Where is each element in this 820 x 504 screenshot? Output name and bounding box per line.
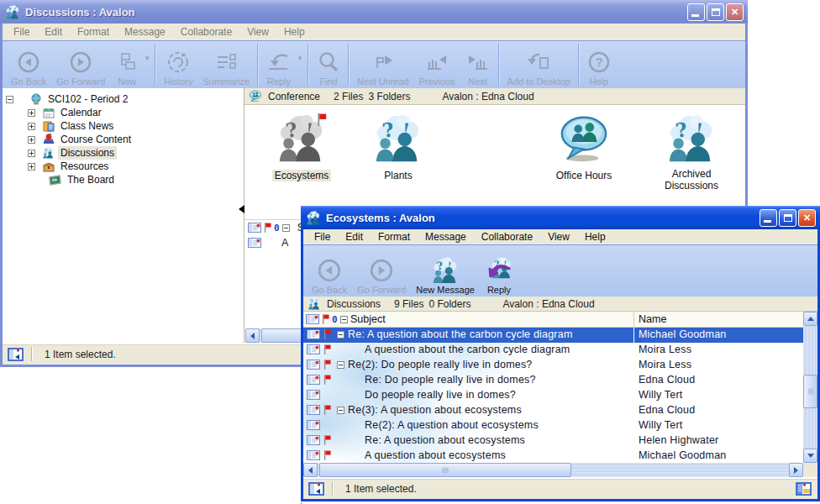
message-row[interactable]: Re(2): A question about ecosystems Willy… [303,418,803,433]
tree-item-calendar[interactable]: Calendar [3,106,244,119]
message-list-header: 0 Subject Name [303,312,803,328]
minimize-button[interactable] [687,3,705,21]
message-column-icon[interactable] [306,314,319,324]
pane-splitter-handle[interactable] [239,205,244,213]
menu-item-collaborate[interactable]: Collaborate [173,24,239,39]
scroll-left-button[interactable] [245,328,260,343]
menu-item-message[interactable]: Message [418,229,474,244]
conference-office-hours[interactable]: Office Hours [535,113,633,182]
go-back-button[interactable]: Go Back [307,245,352,297]
flag-column-icon[interactable] [264,223,271,233]
maximize-button[interactable] [779,209,796,227]
message-icon [307,405,320,415]
scroll-down-button[interactable] [803,449,817,463]
menu-item-file[interactable]: File [6,24,37,39]
message-row[interactable]: Re: A question about the carbon cycle di… [303,328,803,343]
next-unread-button[interactable]: Next Unread [352,41,414,88]
go-forward-button[interactable]: Go Forward [51,41,110,88]
discussions-titlebar[interactable]: Discussions : Avalon [0,0,748,24]
collapse-thread-icon[interactable] [337,331,344,339]
scroll-right-button[interactable] [789,463,803,477]
collapse-all-icon[interactable] [340,316,348,323]
panel-toggle-icon[interactable] [308,481,325,496]
message-row[interactable]: Do people really live in domes? Willy Te… [303,388,803,403]
collapse-all-icon[interactable] [282,224,290,232]
menu-item-help[interactable]: Help [276,24,313,39]
tree-item-course-content[interactable]: Course Content [3,133,244,146]
attachment-column-icon[interactable]: 0 [332,314,338,325]
expand-box-icon[interactable] [28,136,35,144]
tree-item-class-news[interactable]: Class News [3,119,244,133]
previous-button[interactable]: Previous [414,41,460,88]
go-forward-button[interactable]: Go Forward [352,245,411,297]
reply-button[interactable]: Reply [261,46,297,88]
menu-item-collaborate[interactable]: Collaborate [474,229,540,244]
conference-plants[interactable]: Plants [350,113,447,182]
column-divider[interactable] [633,312,634,327]
scroll-left-button[interactable] [303,463,318,477]
chalkboard-icon [49,174,61,186]
horizontal-scrollbar[interactable] [303,463,803,477]
help-button[interactable]: ? Help [582,41,616,88]
message-row[interactable]: A question about ecosystems Michael Good… [303,449,803,463]
scrollbar-thumb[interactable] [803,375,817,408]
scrollbar-track[interactable] [318,463,789,477]
minimize-button[interactable] [760,209,777,227]
history-globe-icon [166,49,191,76]
new-button[interactable]: New [110,46,144,88]
tree-item-course[interactable]: SCI102 - Period 2 [3,92,244,106]
panel-toggle-icon[interactable] [8,347,24,362]
history-button[interactable]: History [159,41,197,88]
menu-item-message[interactable]: Message [117,24,173,39]
expand-box-icon[interactable] [28,150,35,157]
close-button[interactable] [798,209,816,227]
add-to-desktop-button[interactable]: Add to Desktop [502,41,576,88]
close-button[interactable] [726,3,744,21]
collapse-thread-icon[interactable] [337,361,344,369]
maximize-button[interactable] [707,3,724,21]
conference-ecosystems[interactable]: Ecosystems [253,113,350,182]
menu-item-help[interactable]: Help [577,229,613,244]
message-row[interactable]: Re: Do people really live in domes? Edna… [303,373,803,388]
scrollbar-thumb[interactable] [319,463,571,477]
subject-column-header[interactable]: Subject [350,313,386,325]
attachment-column-icon[interactable]: 0 [274,223,280,234]
message-row[interactable]: A question about the carbon cycle diagra… [303,343,803,358]
go-back-button[interactable]: Go Back [6,41,51,88]
message-row[interactable]: Re(3): A question about ecosystems Edna … [303,403,803,418]
find-button[interactable]: Find [312,41,345,88]
menu-item-edit[interactable]: Edit [338,229,371,244]
tree-item-the-board[interactable]: The Board [3,173,244,186]
tree-item-discussions[interactable]: Discussions [3,146,244,160]
flag-column-icon[interactable] [322,314,329,324]
tree-item-resources[interactable]: Resources [3,160,244,173]
expand-box-icon[interactable] [28,163,35,171]
reply-button[interactable]: Reply [480,245,518,297]
new-dropdown-arrow[interactable]: ▼ [144,55,150,62]
next-button[interactable]: Next [460,41,496,88]
conference-archived-discussions[interactable]: Archived Discussions [643,113,740,192]
layout-grid-icon[interactable] [796,481,812,496]
reply-dropdown-arrow[interactable]: ▼ [297,55,303,62]
menu-item-format[interactable]: Format [70,24,117,39]
menu-item-view[interactable]: View [540,229,577,244]
vertical-scrollbar[interactable] [803,312,817,463]
collapse-thread-icon[interactable] [337,407,344,414]
new-message-button[interactable]: New Message [411,245,480,297]
name-column-header[interactable]: Name [639,313,666,325]
expand-box-icon[interactable] [28,123,35,130]
menu-item-file[interactable]: File [307,229,338,244]
menu-item-view[interactable]: View [239,24,276,39]
expand-box-icon[interactable] [28,109,35,117]
collapse-box-icon[interactable] [6,96,13,103]
menu-item-edit[interactable]: Edit [37,24,70,39]
forward-arrow-icon [69,49,92,76]
summarize-button[interactable]: Summarize [197,41,255,88]
scroll-up-button[interactable] [803,312,817,326]
message-row[interactable]: Re: A question about ecosystems Helen Hi… [303,433,803,449]
ecosystems-titlebar[interactable]: Ecosystems : Avalon [301,206,820,229]
menubar: File Edit Format Message Collaborate Vie… [303,229,817,244]
message-row[interactable]: Re(2): Do people really live in domes? M… [303,358,803,373]
menu-item-format[interactable]: Format [371,229,418,244]
scrollbar-track[interactable] [803,326,817,449]
